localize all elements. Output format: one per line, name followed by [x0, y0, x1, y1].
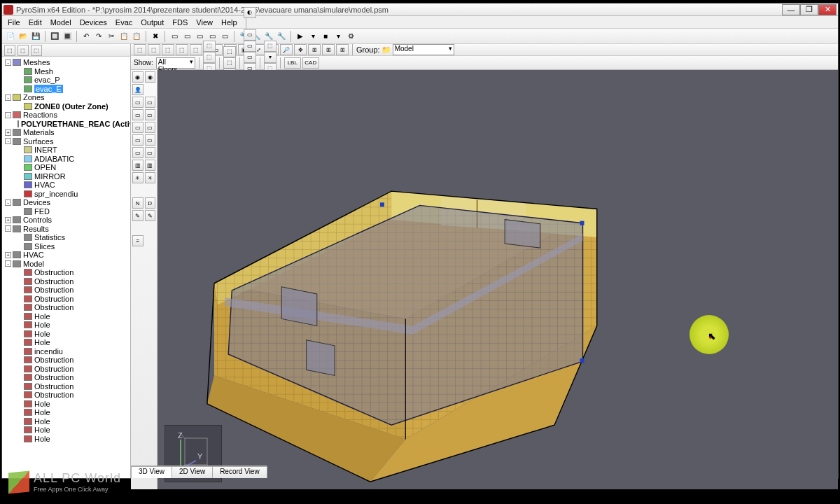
- toolbar-icon[interactable]: ↶: [80, 31, 92, 42]
- tool-icon[interactable]: 🔎: [280, 44, 293, 55]
- draw-tool-icon[interactable]: ▭: [132, 109, 144, 120]
- tool-icon[interactable]: ▭: [244, 41, 256, 52]
- draw-tool-icon[interactable]: ▭: [145, 122, 156, 133]
- expand-icon[interactable]: -: [5, 225, 11, 232]
- tree-node[interactable]: evac_P: [2, 76, 130, 85]
- nav-tool-icon[interactable]: ⬚: [31, 45, 42, 56]
- tab-record-view[interactable]: Record View: [212, 466, 267, 478]
- draw-tool-icon[interactable]: ▭: [132, 147, 144, 158]
- tab-3d-view[interactable]: 3D View: [131, 466, 172, 478]
- menu-evac[interactable]: Evac: [111, 18, 136, 27]
- tool-icon[interactable]: ▭: [244, 29, 256, 41]
- tree-node[interactable]: Hole: [2, 435, 130, 444]
- tool-icon[interactable]: ⬚: [162, 44, 174, 55]
- toolbar-icon[interactable]: ✖: [150, 31, 161, 42]
- tree-node[interactable]: Hole: [2, 312, 130, 321]
- tree-node[interactable]: Obstruction: [2, 295, 130, 304]
- tree-node[interactable]: Obstruction: [2, 391, 130, 400]
- tree-node[interactable]: evac_E: [2, 85, 130, 94]
- menu-output[interactable]: Output: [136, 18, 168, 27]
- draw-tool-icon[interactable]: ◉: [132, 71, 144, 83]
- menu-edit[interactable]: Edit: [24, 18, 46, 27]
- tool-icon[interactable]: ⬚: [223, 46, 236, 57]
- tree-node[interactable]: Obstruction: [2, 373, 130, 382]
- toolbar-icon[interactable]: 📋: [131, 31, 142, 42]
- menu-model[interactable]: Model: [46, 18, 76, 27]
- tree-node[interactable]: Mesh: [2, 67, 130, 76]
- tree-node[interactable]: -Meshes: [2, 58, 130, 67]
- tree-node[interactable]: MIRROR: [2, 172, 130, 181]
- tree-node[interactable]: -Results: [2, 225, 130, 234]
- toolbar-icon[interactable]: ▭: [181, 31, 192, 42]
- toolbar-icon[interactable]: 🔧: [276, 31, 287, 42]
- toolbar-icon[interactable]: ⚙: [345, 31, 356, 42]
- toolbar-icon[interactable]: ▭: [219, 31, 230, 42]
- maximize-button[interactable]: ❐: [800, 4, 818, 15]
- toolbar-icon[interactable]: 📂: [18, 31, 29, 42]
- tree-node[interactable]: Hole: [2, 330, 130, 339]
- menu-fds[interactable]: FDS: [168, 18, 192, 27]
- toolbar-icon[interactable]: ↷: [93, 31, 104, 42]
- draw-tool-icon[interactable]: ▥: [145, 160, 156, 171]
- tree-node[interactable]: Obstruction: [2, 303, 130, 312]
- viewport-3d[interactable]: Z Y X: [158, 70, 838, 489]
- expand-icon[interactable]: -: [5, 200, 11, 206]
- expand-icon[interactable]: +: [5, 130, 11, 136]
- tree-node[interactable]: Obstruction: [2, 277, 130, 286]
- expand-icon[interactable]: -: [5, 260, 11, 267]
- tree-node[interactable]: FED: [2, 207, 130, 216]
- tree-node[interactable]: Hole: [2, 400, 130, 409]
- tool-icon[interactable]: ⬚: [203, 52, 216, 63]
- draw-tool-icon[interactable]: ▥: [132, 160, 144, 171]
- tool-icon[interactable]: ✥: [294, 44, 307, 55]
- draw-tool-icon[interactable]: 👤: [132, 84, 144, 95]
- expand-icon[interactable]: -: [5, 94, 11, 101]
- tool-icon[interactable]: ⬚: [203, 41, 216, 52]
- draw-tool-icon[interactable]: ▭: [145, 134, 156, 146]
- tool-icon[interactable]: ⬚: [223, 57, 236, 69]
- menu-devices[interactable]: Devices: [76, 18, 111, 27]
- tree-node[interactable]: +Controls: [2, 216, 130, 225]
- tree-node[interactable]: incendiu: [2, 347, 130, 356]
- tree-node[interactable]: Slices: [2, 242, 130, 251]
- minimize-button[interactable]: —: [782, 4, 800, 15]
- draw-tool-icon[interactable]: ✎: [145, 210, 156, 221]
- nav-tool-icon[interactable]: ⬚: [4, 45, 15, 56]
- toolbar-icon[interactable]: 🔲: [49, 31, 60, 42]
- tree-node[interactable]: Statistics: [2, 233, 130, 242]
- tree-node[interactable]: spr_incendiu: [2, 190, 130, 199]
- tree-node[interactable]: Obstruction: [2, 382, 130, 391]
- tool-icon[interactable]: ▭: [244, 52, 256, 63]
- draw-tool-icon[interactable]: ▭: [145, 147, 156, 158]
- expand-icon[interactable]: +: [5, 252, 11, 258]
- tool-icon[interactable]: ⬚: [176, 44, 188, 55]
- draw-tool-icon[interactable]: ✳: [132, 172, 144, 183]
- tree-node[interactable]: -Surfaces: [2, 137, 130, 146]
- draw-tool-icon[interactable]: ◉: [145, 71, 156, 83]
- model-tree[interactable]: -MeshesMeshevac_Pevac_E-ZonesZONE0 (Oute…: [2, 57, 130, 478]
- tool-icon[interactable]: ⬚: [264, 41, 276, 52]
- draw-tool-icon[interactable]: ▭: [132, 97, 144, 108]
- tool-icon[interactable]: ⊞: [322, 44, 335, 55]
- tree-node[interactable]: -Reactions: [2, 111, 130, 120]
- lbl-toggle[interactable]: LBL: [284, 57, 301, 69]
- tree-node[interactable]: Obstruction: [2, 365, 130, 374]
- tree-node[interactable]: -Model: [2, 260, 130, 269]
- draw-tool-icon[interactable]: ≡: [132, 235, 144, 246]
- tree-node[interactable]: ADIABATIC: [2, 155, 130, 164]
- group-dropdown[interactable]: Model: [393, 44, 454, 55]
- tree-node[interactable]: INERT: [2, 146, 130, 155]
- tree-node[interactable]: Hole: [2, 417, 130, 426]
- draw-tool-icon[interactable]: D: [145, 197, 156, 209]
- expand-icon[interactable]: -: [5, 138, 11, 144]
- tree-node[interactable]: Obstruction: [2, 356, 130, 365]
- cad-toggle[interactable]: CAD: [302, 57, 319, 69]
- tree-node[interactable]: Hole: [2, 321, 130, 330]
- draw-tool-icon[interactable]: ✳: [145, 172, 156, 183]
- toolbar-icon[interactable]: ■: [320, 31, 331, 42]
- tree-node[interactable]: +Materials: [2, 128, 130, 137]
- tool-icon[interactable]: ⬚: [148, 44, 160, 55]
- toolbar-icon[interactable]: ✂: [106, 31, 117, 42]
- tool-icon[interactable]: ▾: [264, 52, 276, 63]
- tree-node[interactable]: Hole: [2, 426, 130, 435]
